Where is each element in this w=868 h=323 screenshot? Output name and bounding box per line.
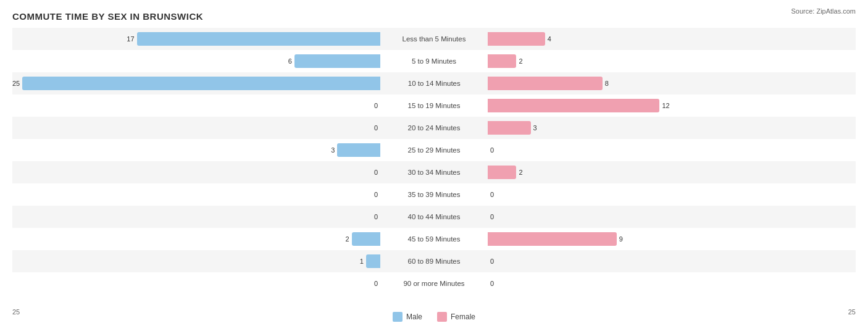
female-value: 2 [519, 57, 522, 65]
left-section: 2 [12, 228, 383, 250]
row-label: 10 to 14 Minutes [383, 80, 485, 87]
table-row: 160 to 89 Minutes0 [12, 250, 856, 272]
table-row: 2510 to 14 Minutes8 [12, 72, 856, 94]
right-section: 2 [485, 50, 856, 72]
male-bar [366, 254, 380, 268]
female-value: 2 [519, 169, 522, 176]
right-section: 8 [485, 72, 856, 94]
right-section: 0 [485, 272, 856, 295]
row-label: 60 to 89 Minutes [383, 258, 485, 265]
axis-left: 25 [12, 308, 20, 322]
female-zero-value: 0 [490, 146, 494, 154]
male-value: 1 [360, 258, 364, 265]
table-row: 65 to 9 Minutes2 [12, 50, 856, 72]
male-bar [22, 77, 380, 90]
row-label: 40 to 44 Minutes [383, 213, 485, 220]
female-value: 4 [548, 35, 551, 43]
left-section: 1 [12, 250, 383, 272]
row-label: 25 to 29 Minutes [383, 146, 485, 154]
male-value: 6 [288, 57, 292, 65]
left-section: 0 [12, 117, 383, 139]
row-label: 5 to 9 Minutes [383, 57, 485, 65]
left-section: 0 [12, 272, 383, 295]
chart-title: COMMUTE TIME BY SEX IN BRUNSWICK [12, 11, 856, 22]
row-label: 35 to 39 Minutes [383, 191, 485, 198]
female-legend-box [437, 312, 447, 322]
female-value: 12 [662, 102, 669, 109]
right-section: 12 [485, 94, 856, 117]
right-section: 3 [485, 117, 856, 139]
female-zero-value: 0 [490, 213, 494, 220]
male-zero-value: 0 [374, 191, 378, 198]
male-zero-value: 0 [374, 169, 378, 176]
male-zero-value: 0 [374, 124, 378, 132]
right-section: 0 [485, 250, 856, 272]
female-bar [488, 32, 545, 46]
table-row: 035 to 39 Minutes0 [12, 183, 856, 206]
male-bar [337, 143, 380, 157]
legend: Male Female [393, 312, 475, 322]
male-bar [294, 54, 380, 68]
right-section: 4 [485, 28, 856, 50]
table-row: 17Less than 5 Minutes4 [12, 28, 856, 50]
table-row: 325 to 29 Minutes0 [12, 139, 856, 161]
source-label: Source: ZipAtlas.com [791, 7, 856, 15]
male-value: 25 [12, 80, 20, 87]
left-section: 17 [12, 28, 383, 50]
chart-area: 17Less than 5 Minutes465 to 9 Minutes225… [12, 28, 856, 278]
left-section: 0 [12, 94, 383, 117]
female-label: Female [451, 313, 475, 321]
legend-female: Female [437, 312, 475, 322]
table-row: 090 or more Minutes0 [12, 272, 856, 295]
row-label: 30 to 34 Minutes [383, 169, 485, 176]
male-zero-value: 0 [374, 213, 378, 220]
axis-labels: 25 Male Female 25 [12, 308, 856, 323]
table-row: 015 to 19 Minutes12 [12, 94, 856, 117]
female-bar [488, 121, 531, 135]
female-bar [488, 166, 516, 179]
left-section: 6 [12, 50, 383, 72]
chart-container: COMMUTE TIME BY SEX IN BRUNSWICK Source:… [0, 0, 868, 323]
male-value: 17 [127, 35, 134, 43]
table-row: 245 to 59 Minutes9 [12, 228, 856, 250]
male-value: 2 [345, 235, 349, 243]
table-row: 030 to 34 Minutes2 [12, 161, 856, 183]
row-label: Less than 5 Minutes [383, 35, 485, 43]
female-zero-value: 0 [490, 191, 494, 198]
female-value: 9 [619, 235, 623, 243]
row-label: 20 to 24 Minutes [383, 124, 485, 132]
bottom-area: 25 Male Female 25 [0, 308, 868, 323]
right-section: 9 [485, 228, 856, 250]
right-section: 0 [485, 183, 856, 206]
female-bar [488, 99, 659, 112]
row-label: 45 to 59 Minutes [383, 235, 485, 243]
male-legend-box [393, 312, 403, 322]
left-section: 3 [12, 139, 383, 161]
male-zero-value: 0 [374, 102, 378, 109]
female-value: 8 [605, 80, 609, 87]
left-section: 0 [12, 206, 383, 228]
legend-male: Male [393, 312, 422, 322]
left-section: 0 [12, 183, 383, 206]
female-bar [488, 77, 603, 90]
left-section: 0 [12, 161, 383, 183]
row-label: 15 to 19 Minutes [383, 102, 485, 109]
male-bar [137, 32, 380, 46]
male-bar [352, 232, 380, 246]
male-label: Male [406, 313, 422, 321]
table-row: 020 to 24 Minutes3 [12, 117, 856, 139]
female-value: 3 [533, 124, 537, 132]
right-section: 0 [485, 139, 856, 161]
right-section: 0 [485, 206, 856, 228]
left-section: 25 [12, 72, 383, 94]
female-zero-value: 0 [490, 258, 494, 265]
right-section: 2 [485, 161, 856, 183]
row-label: 90 or more Minutes [383, 280, 485, 287]
female-bar [488, 232, 617, 246]
axis-right: 25 [848, 308, 856, 322]
table-row: 040 to 44 Minutes0 [12, 206, 856, 228]
female-bar [488, 54, 516, 68]
female-zero-value: 0 [490, 280, 494, 287]
male-value: 3 [331, 146, 335, 154]
male-zero-value: 0 [374, 280, 378, 287]
